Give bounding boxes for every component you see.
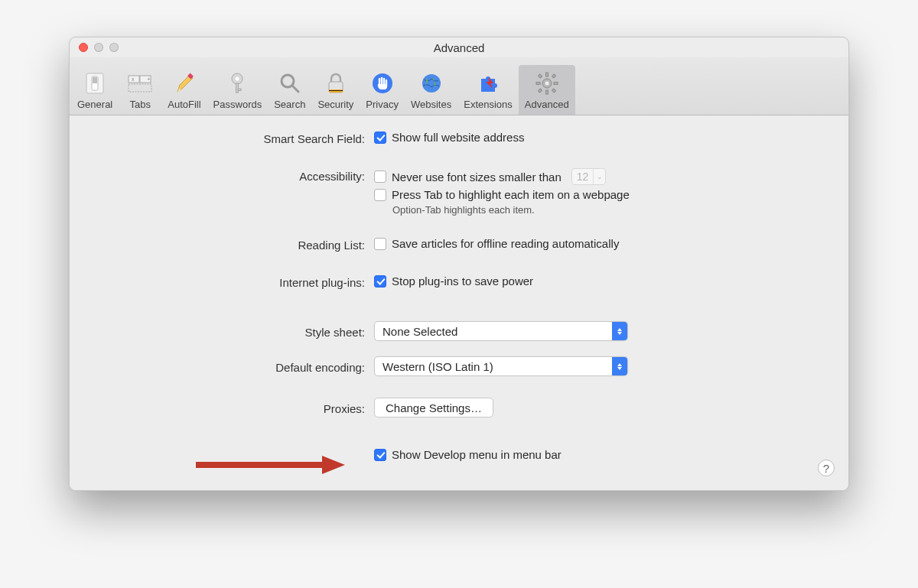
preferences-window: Advanced General x+ Tabs AutoFill Pa xyxy=(69,37,849,491)
window-title: Advanced xyxy=(70,41,848,54)
reading-list-label: Reading List: xyxy=(91,237,374,252)
tab-label: Extensions xyxy=(464,99,513,110)
svg-text:+: + xyxy=(147,76,151,83)
tabs-icon: x+ xyxy=(126,70,154,97)
globe-icon xyxy=(418,70,445,97)
preferences-content: Smart Search Field: Show full website ad… xyxy=(70,115,848,490)
lock-icon xyxy=(322,70,350,97)
switch-icon xyxy=(81,70,109,97)
svg-point-21 xyxy=(422,74,441,93)
tab-label: Search xyxy=(274,99,305,110)
tab-tabs[interactable]: x+ Tabs xyxy=(119,65,161,115)
tab-label: Privacy xyxy=(366,99,399,110)
svg-rect-13 xyxy=(236,83,239,93)
accessibility-label: Accessibility: xyxy=(91,168,374,183)
stylesheet-value: None Selected xyxy=(375,325,612,338)
smart-search-label: Smart Search Field: xyxy=(91,131,374,145)
svg-text:x: x xyxy=(132,76,135,82)
minimize-window-icon[interactable] xyxy=(94,43,103,52)
stylesheet-popup[interactable]: None Selected xyxy=(374,321,628,341)
offline-reading-text: Save articles for offline reading automa… xyxy=(392,237,619,250)
show-full-url-checkbox[interactable] xyxy=(374,132,386,144)
svg-point-12 xyxy=(236,77,239,81)
tab-extensions[interactable]: Extensions xyxy=(457,65,519,115)
show-full-url-text: Show full website address xyxy=(392,131,524,144)
titlebar: Advanced xyxy=(70,37,848,57)
popup-arrows-icon xyxy=(612,357,627,375)
min-font-stepper[interactable]: 12 ⌄ xyxy=(571,168,607,185)
tab-label: Passwords xyxy=(213,99,262,110)
svg-rect-14 xyxy=(238,89,241,91)
svg-rect-24 xyxy=(545,73,548,76)
stylesheet-label: Style sheet: xyxy=(91,324,374,339)
encoding-popup[interactable]: Western (ISO Latin 1) xyxy=(374,356,628,376)
plugins-label: Internet plug-ins: xyxy=(91,275,374,289)
tab-label: Advanced xyxy=(525,99,569,110)
tab-websites[interactable]: Websites xyxy=(405,65,457,115)
gear-icon xyxy=(533,70,561,97)
svg-rect-26 xyxy=(536,83,540,85)
tab-label: General xyxy=(77,99,112,110)
zoom-window-icon[interactable] xyxy=(109,43,119,52)
svg-line-16 xyxy=(292,86,298,92)
puzzle-icon xyxy=(474,70,502,97)
svg-rect-31 xyxy=(552,89,555,93)
stop-plugins-checkbox[interactable] xyxy=(374,275,386,288)
magnify-icon xyxy=(276,70,304,97)
pencil-icon xyxy=(171,70,198,97)
svg-rect-30 xyxy=(538,89,542,93)
min-font-checkbox[interactable] xyxy=(374,171,386,183)
tab-highlight-text: Press Tab to highlight each item on a we… xyxy=(392,188,630,201)
min-font-text: Never use font sizes smaller than xyxy=(392,171,562,184)
hand-icon xyxy=(369,70,396,97)
key-icon xyxy=(223,70,251,97)
chevron-down-icon: ⌄ xyxy=(593,169,605,184)
tab-label: Websites xyxy=(411,99,451,110)
svg-rect-25 xyxy=(545,90,548,94)
tab-general[interactable]: General xyxy=(71,65,119,115)
tab-search[interactable]: Search xyxy=(268,65,311,115)
proxies-label: Proxies: xyxy=(91,401,374,415)
close-window-icon[interactable] xyxy=(79,43,88,52)
tab-label: AutoFill xyxy=(168,99,200,110)
tab-security[interactable]: Security xyxy=(311,65,360,115)
change-proxies-button[interactable]: Change Settings… xyxy=(374,398,493,417)
svg-rect-2 xyxy=(93,77,97,83)
tab-label: Security xyxy=(317,99,353,110)
encoding-value: Western (ISO Latin 1) xyxy=(375,360,612,373)
tab-passwords[interactable]: Passwords xyxy=(207,65,269,115)
svg-rect-27 xyxy=(554,83,558,85)
help-button[interactable]: ? xyxy=(818,460,835,476)
accessibility-hint: Option-Tab highlights each item. xyxy=(374,204,827,216)
show-develop-checkbox[interactable] xyxy=(374,449,386,461)
tab-label: Tabs xyxy=(130,99,151,110)
svg-rect-5 xyxy=(129,84,151,92)
tab-advanced[interactable]: Advanced xyxy=(519,65,575,115)
min-font-value: 12 xyxy=(572,171,594,183)
window-controls xyxy=(79,43,119,52)
stop-plugins-text: Stop plug-ins to save power xyxy=(392,275,533,288)
svg-rect-28 xyxy=(538,74,542,78)
svg-point-32 xyxy=(545,82,549,86)
preferences-toolbar: General x+ Tabs AutoFill Passwords Searc… xyxy=(70,57,848,115)
popup-arrows-icon xyxy=(612,322,627,340)
tab-autofill[interactable]: AutoFill xyxy=(161,65,207,115)
tab-privacy[interactable]: Privacy xyxy=(360,65,405,115)
svg-rect-19 xyxy=(329,90,343,91)
show-develop-text: Show Develop menu in menu bar xyxy=(392,448,562,461)
offline-reading-checkbox[interactable] xyxy=(374,238,386,250)
tab-highlight-checkbox[interactable] xyxy=(374,189,386,201)
svg-rect-29 xyxy=(552,74,555,78)
encoding-label: Default encoding: xyxy=(91,359,374,374)
